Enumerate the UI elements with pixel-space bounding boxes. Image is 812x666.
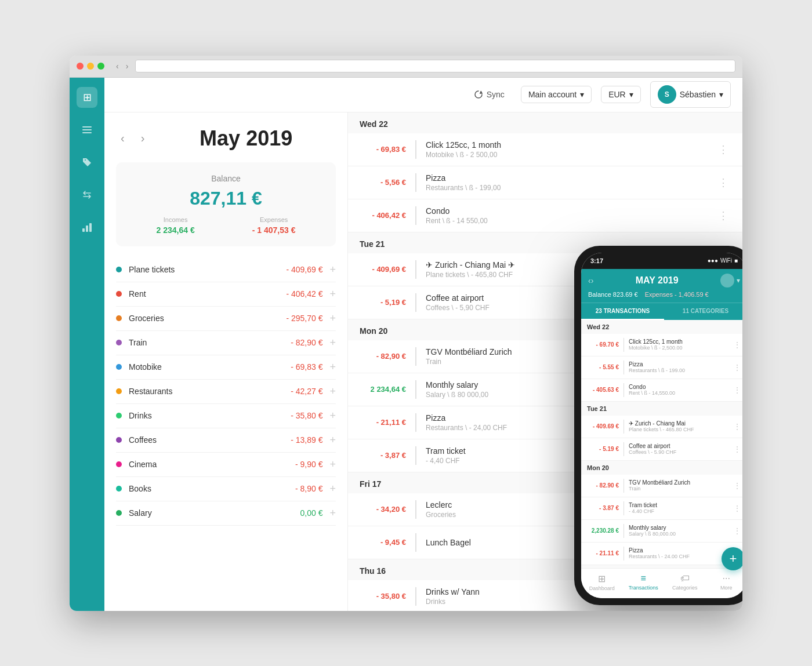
transaction-day-group: Wed 22 - 69,83 € Click 125cc, 1 month Mo…: [348, 112, 742, 232]
phone-tx-menu-icon[interactable]: ⋮: [733, 481, 741, 490]
currency-selector[interactable]: EUR ▾: [601, 86, 641, 103]
phone-bottom-item-more[interactable]: ··· More: [706, 573, 743, 591]
category-add-button[interactable]: +: [329, 507, 336, 519]
avatar: S: [658, 85, 676, 104]
phone-tx-menu-icon[interactable]: ⋮: [733, 340, 741, 350]
phone-fab-button[interactable]: +: [722, 547, 742, 570]
category-add-button[interactable]: +: [329, 410, 336, 422]
svg-rect-1: [82, 129, 92, 130]
sidebar-item-transfer[interactable]: [77, 184, 97, 205]
phone-tx-menu-icon[interactable]: ⋮: [733, 363, 741, 372]
phone-tx-menu-icon[interactable]: ⋮: [733, 504, 741, 513]
category-amount: - 8,90 €: [295, 484, 322, 493]
phone-notch: 3:17 ●●● WiFi ■: [581, 253, 742, 269]
phone-transaction-item[interactable]: - 3.87 € Tram ticket - 4.40 CHF ⋮: [581, 497, 742, 520]
category-add-button[interactable]: +: [329, 434, 336, 446]
phone-transaction-item[interactable]: - 69.70 € Click 125cc, 1 month Motobike …: [581, 334, 742, 356]
sidebar-item-dashboard[interactable]: ⊞: [77, 87, 97, 108]
category-item[interactable]: Books - 8,90 € +: [116, 477, 336, 501]
phone-tx-amount: - 3.87 €: [587, 505, 619, 511]
sidebar-item-chart[interactable]: [77, 217, 97, 238]
phone-transaction-item[interactable]: - 21.11 € Pizza Restaurants \ - 24.00 CH…: [581, 543, 742, 565]
phone-tx-amount: - 69.70 €: [587, 341, 619, 348]
minimize-button[interactable]: [87, 63, 94, 70]
expenses-section: Expenses - 1 407,53 €: [252, 216, 296, 235]
phone-bottom-item-dashboard[interactable]: ⊞ Dashboard: [581, 573, 623, 591]
expenses-label: Expenses: [252, 216, 296, 223]
category-item[interactable]: Plane tickets - 409,69 € +: [116, 258, 336, 282]
category-item[interactable]: Groceries - 295,70 € +: [116, 307, 336, 331]
category-amount: - 9,90 €: [295, 460, 322, 469]
fullscreen-button[interactable]: [97, 63, 104, 70]
category-item[interactable]: Restaurants - 42,27 € +: [116, 380, 336, 404]
prev-month-button[interactable]: ‹: [116, 129, 129, 147]
phone-transaction-item[interactable]: - 82.90 € TGV Montbéliard Zurich Train ⋮: [581, 475, 742, 497]
category-add-button[interactable]: +: [329, 361, 336, 373]
category-item[interactable]: Rent - 406,42 € +: [116, 282, 336, 307]
phone-tx-menu-icon[interactable]: ⋮: [733, 526, 741, 536]
phone-bottom-nav: ⊞ Dashboard ≡ Transactions 🏷 Categories …: [581, 568, 742, 598]
phone-transaction-item[interactable]: - 5.55 € Pizza Restaurants \ ß - 199.00 …: [581, 356, 742, 379]
category-item[interactable]: Coffees - 13,89 € +: [116, 428, 336, 453]
back-arrow[interactable]: ‹: [114, 60, 121, 72]
transaction-item[interactable]: - 5,56 € Pizza Restaurants \ ß - 199,00 …: [348, 166, 742, 199]
sidebar: ⊞: [70, 78, 104, 611]
category-add-button[interactable]: +: [329, 264, 336, 276]
category-item[interactable]: Train - 82,90 € +: [116, 331, 336, 355]
tx-menu-icon[interactable]: ⋮: [716, 141, 731, 158]
phone-transaction-item[interactable]: - 409.69 € ✈ Zurich - Chiang Mai Plane t…: [581, 416, 742, 438]
category-add-button[interactable]: +: [329, 337, 336, 349]
phone-bottom-item-transactions[interactable]: ≡ Transactions: [623, 573, 665, 591]
category-add-button[interactable]: +: [329, 458, 336, 471]
mac-window: ‹ › ⊞: [70, 56, 742, 611]
phone-tx-name: ✈ Zurich - Chiang Mai: [629, 420, 733, 427]
sidebar-item-tags[interactable]: [77, 152, 97, 173]
category-amount: - 82,90 €: [291, 338, 322, 347]
user-selector[interactable]: S Sébastien ▾: [650, 81, 731, 108]
tx-name: Pizza: [426, 173, 716, 183]
category-add-button[interactable]: +: [329, 288, 336, 300]
category-item[interactable]: Cinema - 9,90 € +: [116, 453, 336, 477]
phone-tab-categories[interactable]: 11 CATEGORIES: [664, 303, 742, 320]
phone-tx-sub: Motobike \ ß - 2,500.00: [629, 345, 733, 351]
svg-rect-4: [86, 225, 88, 232]
phone-transaction-item[interactable]: - 5.19 € Coffee at airport Coffees \ - 5…: [581, 438, 742, 461]
category-item[interactable]: Salary 0,00 € +: [116, 501, 336, 526]
tx-menu-icon[interactable]: ⋮: [716, 207, 731, 224]
top-header: Sync Main account ▾ EUR ▾ S Sébastien ▾: [104, 78, 742, 112]
phone-month-title: MAY 2019: [593, 275, 720, 286]
phone-month-nav: ‹ › MAY 2019 ▾: [588, 274, 740, 287]
category-dot: [116, 510, 122, 516]
category-add-button[interactable]: +: [329, 385, 336, 398]
category-add-button[interactable]: +: [329, 483, 336, 495]
close-button[interactable]: [77, 63, 84, 70]
phone-tab-transactions[interactable]: 23 TRANSACTIONS: [581, 303, 664, 320]
tx-amount: - 21,11 €: [360, 418, 406, 427]
account-selector[interactable]: Main account ▾: [521, 86, 592, 103]
tx-divider: [415, 500, 416, 519]
tx-divider: [415, 293, 416, 312]
transaction-item[interactable]: - 406,42 € Condo Rent \ ß - 14 550,00 ⋮: [348, 199, 742, 232]
sidebar-item-list[interactable]: [77, 119, 97, 140]
url-bar[interactable]: [135, 60, 735, 72]
phone-tx-menu-icon[interactable]: ⋮: [733, 385, 741, 395]
month-nav: ‹ › May 2019: [104, 112, 347, 162]
forward-arrow[interactable]: ›: [124, 60, 131, 72]
phone-bottom-item-categories[interactable]: 🏷 Categories: [664, 573, 706, 591]
phone-transaction-item[interactable]: 2,230.28 € Monthly salary Salary \ ß 80,…: [581, 520, 742, 543]
category-item[interactable]: Drinks - 35,80 € +: [116, 404, 336, 428]
category-add-button[interactable]: +: [329, 312, 336, 325]
category-amount: - 42,27 €: [291, 387, 322, 396]
phone-tx-amount: - 409.69 €: [587, 423, 619, 430]
sync-button[interactable]: Sync: [467, 86, 512, 103]
phone-transaction-item[interactable]: - 405.63 € Condo Rent \ ß - 14,550.00 ⋮: [581, 379, 742, 402]
transaction-item[interactable]: - 69,83 € Click 125cc, 1 month Motobike …: [348, 133, 742, 166]
phone-tx-menu-icon[interactable]: ⋮: [733, 445, 741, 454]
phone-mockup: 3:17 ●●● WiFi ■ ‹ › MAY 2019 ▾ Balance 8…: [574, 246, 742, 605]
tx-menu-icon[interactable]: ⋮: [716, 174, 731, 191]
category-name: Drinks: [129, 411, 291, 420]
category-item[interactable]: Motobike - 69,83 € +: [116, 355, 336, 380]
next-month-button[interactable]: ›: [136, 129, 150, 147]
expenses-value: - 1 407,53 €: [252, 225, 296, 235]
phone-tx-menu-icon[interactable]: ⋮: [733, 422, 741, 431]
